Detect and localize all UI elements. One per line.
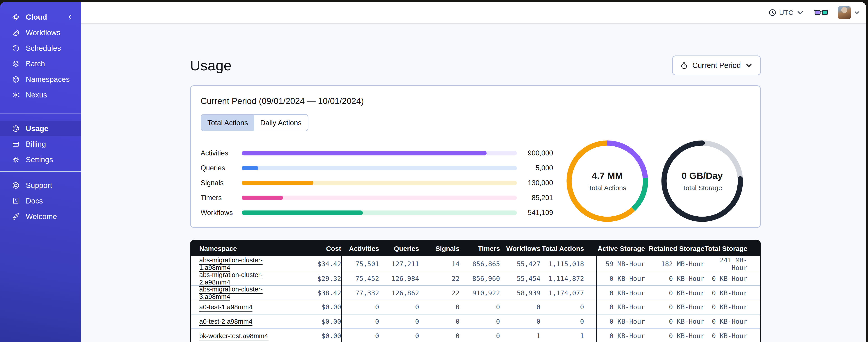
sidebar-item-usage[interactable]: Usage: [0, 121, 81, 136]
table-cell: 1,114,872: [540, 275, 584, 282]
sidebar-item-billing[interactable]: Billing: [0, 136, 81, 152]
column-header-workflows: Workflows: [500, 245, 540, 252]
column-header-total-actions: Total Actions: [540, 245, 584, 252]
sidebar-item-welcome[interactable]: Welcome: [0, 209, 81, 224]
donut-value: 4.7 MM: [592, 171, 623, 181]
sidebar-item-label: Support: [26, 181, 52, 190]
donut-label: Total Actions: [588, 184, 626, 192]
feedback-glasses-icon[interactable]: [814, 8, 828, 17]
total-actions-donut: 4.7 MMTotal Actions: [566, 140, 648, 222]
namespace-cell: a0-test-1.a98mm4: [191, 303, 291, 311]
table-cell: 0 KB-Hour: [705, 318, 747, 325]
schedules-icon: [12, 44, 20, 52]
bar-value: 5,000: [517, 164, 553, 172]
table-row: abs-migration-cluster-3.a98mm4$38.4277,3…: [191, 285, 760, 300]
namespace-link[interactable]: abs-migration-cluster-3.a98mm4: [199, 285, 262, 300]
table-cell: 14: [419, 260, 460, 268]
sidebar-item-label: Schedules: [26, 44, 61, 53]
table-cell: 0: [419, 332, 460, 340]
sidebar-item-label: Welcome: [26, 212, 57, 221]
sidebar-item-label: Workflows: [26, 28, 60, 37]
card-title: Current Period (09/01/2024 — 10/01/2024): [200, 96, 750, 106]
sidebar-collapse-button[interactable]: [66, 13, 74, 21]
namespace-link[interactable]: abs-migration-cluster-2.a98mm4: [199, 271, 262, 286]
table-cell: $0.00: [291, 332, 341, 340]
period-button-label: Current Period: [692, 61, 741, 70]
table-cell: 910,922: [460, 289, 500, 297]
sidebar-item-nexus[interactable]: Nexus: [0, 87, 81, 103]
table-cell: 0: [379, 318, 419, 325]
period-selector-button[interactable]: Current Period: [672, 56, 761, 75]
table-cell: 0 KB-Hour: [705, 332, 747, 340]
donut-label: Total Storage: [682, 184, 722, 192]
app-window: Cloud WorkflowsSchedulesBatchNamespacesN…: [0, 2, 866, 342]
nexus-icon: [12, 91, 20, 99]
usage-bar-chart: Activities900,000Queries5,000Signals130,…: [200, 146, 598, 220]
page-title: Usage: [190, 57, 232, 73]
table-divider: [596, 256, 597, 342]
sidebar-item-batch[interactable]: Batch: [0, 56, 81, 71]
table-cell: $0.00: [291, 303, 341, 311]
stopwatch-icon: [680, 61, 688, 69]
timezone-label: UTC: [779, 9, 794, 16]
table-cell: $29.32: [291, 275, 341, 282]
bar-label: Workflows: [200, 209, 242, 217]
table-cell: 0 KB-Hour: [584, 303, 645, 311]
table-cell: 0 KB-Hour: [584, 275, 645, 282]
sidebar-item-namespaces[interactable]: Namespaces: [0, 71, 81, 87]
sidebar-item-label: Namespaces: [26, 75, 70, 84]
usage-icon: [12, 125, 20, 133]
bar-row-signals: Signals130,000: [200, 175, 598, 191]
bar-fill: [242, 181, 313, 185]
bar-track: [242, 181, 517, 185]
namespace-link[interactable]: bk-worker-test.a98mm4: [199, 332, 268, 340]
sidebar-item-settings[interactable]: Settings: [0, 152, 81, 167]
table-header-row: NamespaceCostActivitiesQueriesSignalsTim…: [191, 241, 760, 256]
namespaces-icon: [12, 75, 20, 83]
namespace-cell: a0-test-2.a98mm4: [191, 318, 291, 325]
chevron-down-icon[interactable]: [854, 9, 860, 16]
table-cell: 0 KB-Hour: [705, 303, 747, 311]
sidebar-item-workflows[interactable]: Workflows: [0, 25, 81, 40]
table-cell: 0 KB-Hour: [705, 275, 747, 282]
table-divider: [341, 256, 342, 342]
total-storage-donut: 0 GB/DayTotal Storage: [661, 140, 743, 222]
bar-value: 85,201: [517, 194, 553, 202]
table-cell: 58,939: [500, 289, 540, 297]
settings-icon: [12, 156, 20, 164]
sidebar-item-cloud[interactable]: Cloud: [0, 9, 81, 25]
chevron-down-icon: [745, 61, 753, 69]
namespace-link[interactable]: a0-test-2.a98mm4: [199, 318, 252, 325]
column-header-retained-storage: Retained Storage: [645, 245, 705, 252]
table-cell: 0: [419, 318, 460, 325]
table-cell: 0 KB-Hour: [584, 332, 645, 340]
sidebar-item-schedules[interactable]: Schedules: [0, 40, 81, 56]
table-cell: 22: [419, 275, 460, 282]
clock-icon: [768, 8, 776, 17]
table-cell: 1: [500, 332, 540, 340]
bar-track: [242, 196, 517, 200]
namespace-link[interactable]: a0-test-1.a98mm4: [199, 303, 252, 311]
tab-daily-actions[interactable]: Daily Actions: [254, 115, 308, 131]
batch-icon: [12, 60, 20, 68]
table-cell: 55,427: [500, 260, 540, 268]
sidebar-item-support[interactable]: Support: [0, 177, 81, 193]
table-cell: 0: [460, 303, 500, 311]
table-cell: 0: [379, 332, 419, 340]
sidebar-divider: [0, 171, 81, 172]
tab-total-actions[interactable]: Total Actions: [201, 115, 254, 131]
sidebar-item-label: Batch: [26, 60, 45, 68]
donut-value: 0 GB/Day: [682, 171, 723, 181]
table-cell: 0 KB-Hour: [645, 303, 705, 311]
bar-fill: [242, 151, 487, 156]
sidebar-item-docs[interactable]: Docs: [0, 193, 81, 209]
support-icon: [12, 181, 20, 190]
user-avatar[interactable]: [838, 6, 851, 19]
column-header-active-storage: Active Storage: [584, 245, 645, 252]
bar-value: 541,109: [517, 209, 553, 217]
namespace-cell: abs-migration-cluster-1.a98mm4: [191, 256, 291, 271]
docs-icon: [12, 197, 20, 205]
namespace-link[interactable]: abs-migration-cluster-1.a98mm4: [199, 256, 262, 271]
table-row: bk-worker-test.a98mm4$0.000000110 KB-Hou…: [191, 329, 760, 342]
timezone-selector[interactable]: UTC: [768, 8, 804, 17]
